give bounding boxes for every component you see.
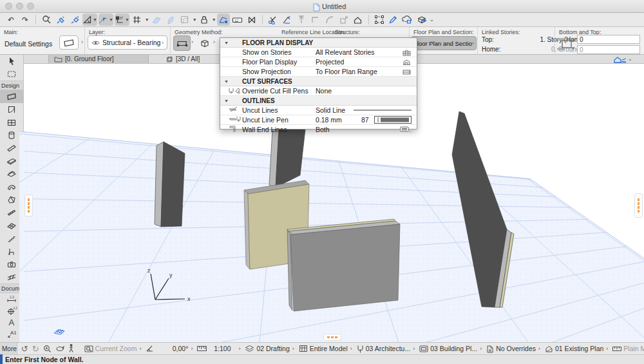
layer-combination-label[interactable]: 02 Drafting [256,345,289,352]
measure-icon[interactable]: 12 [231,14,244,26]
transform-icon[interactable] [373,14,386,26]
pen-set-label[interactable]: 03 Architectu... [366,345,410,352]
panel-header-outlines[interactable]: ▼ OUTLINES [220,96,417,106]
bottom-offset-input[interactable]: 0 [577,45,640,54]
section-more[interactable]: More [0,343,17,354]
tab-ground-floor[interactable]: [0. Ground Floor] [48,55,149,63]
tool-marquee[interactable] [0,68,23,81]
wall-3d-left[interactable] [155,142,185,227]
wall-tool-default-button[interactable] [59,35,79,50]
toolbar-more-chevron[interactable]: ⌄ [430,17,435,23]
panel-row-show-projection[interactable]: Show Projection To Floor Plan Range [220,67,417,77]
layer-combo[interactable]: Structural - Bearing › [88,35,167,50]
scale-icon[interactable] [197,345,207,352]
lock-elements-chevron[interactable]: ▼ [212,17,216,22]
zoom-in-icon[interactable] [43,345,52,353]
panel-row-uncut-lines[interactable]: Uncut Lines Solid Line [220,106,417,115]
panel-row-floor-plan-display[interactable]: Floor Plan Display Projected [220,57,417,67]
chevron-icon[interactable]: › [538,345,540,352]
geometry-curved-button[interactable] [196,35,213,51]
wall-3d-center[interactable] [287,219,400,311]
panel-row-show-on-stories[interactable]: Show on Stories All Relevant Stories [220,48,417,57]
snap-guides-toggle[interactable]: ▼ [99,14,113,26]
view-back-icon[interactable]: ↺ [21,344,28,354]
orientation-icon[interactable] [146,345,154,352]
geometry-curved-chevron[interactable]: › [213,39,215,45]
disclosure-triangle-icon[interactable]: ▼ [224,99,229,103]
chevron-icon[interactable]: › [191,345,193,352]
stories-icon[interactable] [402,49,412,56]
panel-row-wall-end-lines[interactable]: Wall End Lines Both , [220,125,417,134]
explode-icon[interactable] [245,14,258,26]
main-chevron[interactable]: › [81,39,83,45]
grid-snap-chevron[interactable]: ▼ [145,17,149,22]
walk-icon[interactable] [68,344,74,353]
default-settings-label[interactable]: Default Settings [5,40,52,48]
trace-reference-icon[interactable] [178,14,191,26]
zoom-window-button[interactable] [27,3,34,10]
graphic-overrides-label[interactable]: No Overrides [496,345,536,352]
lock-elements-icon[interactable] [198,14,211,26]
chevron-icon[interactable]: › [238,345,240,352]
renovation-filter-label[interactable]: 01 Existing Plan [555,345,603,352]
model-view-options-label[interactable]: 03 Building Pl... [430,345,477,352]
close-window-button[interactable] [5,3,12,10]
chevron-icon[interactable]: › [350,345,352,352]
dimension-standard-icon[interactable] [612,346,621,352]
panel-row-uncut-line-pen[interactable]: Uncut Line Pen 0.18 mm 87 [220,115,417,125]
disclosure-triangle-icon[interactable]: ▼ [224,79,229,84]
pen-color-swatch[interactable] [374,116,412,124]
home-story-icon[interactable] [352,14,365,26]
chevron-icon[interactable]: › [480,345,482,352]
left-palette-handle[interactable] [24,195,33,216]
graphic-overrides-icon[interactable] [486,345,494,353]
redo-icon[interactable]: ↷ [19,14,32,26]
minimize-window-button[interactable] [16,3,23,10]
guide-lines-toggle[interactable]: ▼ [82,14,97,26]
structure-display-label[interactable]: Entire Model [310,345,348,352]
layer-combination-icon[interactable] [245,345,254,352]
dimension-standard-label[interactable]: Plain Meter [623,345,644,352]
orientation-label[interactable]: 0,00° [156,345,188,352]
chevron-icon[interactable]: › [292,345,294,352]
suspend-groups-toggle[interactable] [217,14,230,26]
find-select-icon[interactable] [40,14,53,26]
current-zoom-icon[interactable] [84,345,93,353]
grid-snap-icon[interactable] [131,14,144,26]
chevron-icon[interactable]: › [139,345,141,352]
panel-header-cut-surfaces[interactable]: ▼ CUT SURFACES [220,77,417,86]
scale-label[interactable]: 1:100 [209,345,236,352]
section-design[interactable]: Design [0,81,23,90]
3d-nav-control[interactable]: ⌄ [613,55,632,63]
tool-window[interactable] [0,116,23,129]
tool-arrow[interactable] [0,55,23,68]
3d-nav-chevron[interactable]: ⌄ [628,57,632,62]
edit-mode-icon[interactable] [387,14,400,26]
panel-header-floor-plan-display[interactable]: ▼ FLOOR PLAN DISPLAY [220,38,417,48]
geometry-straight-chevron[interactable]: › [191,39,193,45]
snap-points-toggle[interactable]: 57▼ [115,14,129,26]
structure-display-icon[interactable] [299,345,308,352]
trace-reference-chevron[interactable]: ▼ [193,17,197,22]
line-type-preview[interactable] [354,109,412,111]
floorplan-section-button[interactable]: Floor Plan and Section... › [411,36,477,50]
end-lines-option-icon[interactable]: , [400,126,412,133]
split-icon[interactable] [281,14,294,26]
panel-row-override-cut-fill-pens[interactable]: Override Cut Fill Pens None [220,86,417,96]
undo-icon[interactable]: ↶ [5,14,17,26]
right-palette-handle[interactable] [634,193,643,218]
disclosure-triangle-icon[interactable]: ▼ [224,41,229,45]
renovation-filter-icon[interactable] [545,345,553,353]
teamwork-cloud-icon[interactable] [401,14,414,26]
model-view-options-icon[interactable] [419,345,428,352]
top-offset-input[interactable]: 0 [577,35,640,44]
pen-set-icon[interactable] [357,345,364,353]
geometry-straight-button[interactable] [173,35,191,51]
projection-range-icon[interactable] [402,68,412,75]
orbit-icon[interactable] [55,345,64,353]
trim-icon[interactable] [267,14,279,26]
tool-door[interactable] [0,103,23,116]
pick-up-parameters-icon[interactable] [54,14,67,26]
bottom-palette-handle[interactable] [323,334,341,341]
projection-icon[interactable] [402,59,412,66]
